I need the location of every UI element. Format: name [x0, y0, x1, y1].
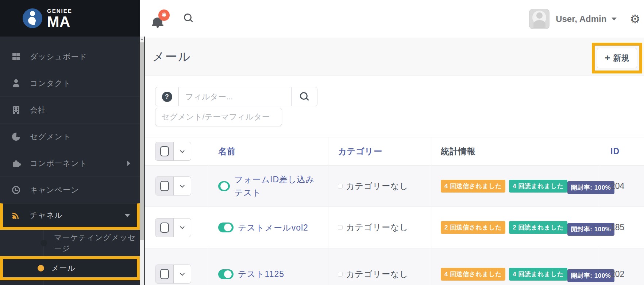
rss-icon	[11, 211, 21, 220]
row-category-cell: カテゴリーなし	[328, 207, 432, 248]
sidebar-scrollbar[interactable]	[140, 37, 145, 285]
sidebar-item-dashboard[interactable]: ダッシュボード	[0, 43, 140, 70]
email-id: 185	[610, 223, 624, 232]
filter-help-button[interactable]: ?	[155, 87, 179, 106]
row-checkbox[interactable]	[155, 265, 174, 283]
column-header-category[interactable]: カテゴリー	[328, 137, 432, 165]
brand-name: GENIEE MA	[47, 8, 72, 29]
sidebar-subitem-label: マーケティングメッセージ	[54, 230, 140, 256]
puzzle-icon	[11, 160, 21, 167]
published-toggle-icon[interactable]	[218, 269, 234, 279]
column-header-id[interactable]: ID	[600, 137, 644, 165]
email-name-link[interactable]: テスト1125	[238, 267, 284, 281]
row-select-group	[155, 218, 191, 237]
search-icon	[300, 92, 309, 102]
notifications-button[interactable]: ✱	[153, 10, 170, 28]
row-stats-cell: 4 回送信されました 4 回読まれました 開封率: 100%	[432, 248, 600, 285]
row-select-cell	[145, 248, 209, 285]
sidebar-item-label: コンタクト	[30, 78, 71, 88]
row-select-cell	[145, 166, 209, 206]
user-avatar[interactable]	[529, 9, 549, 29]
global-search-button[interactable]	[184, 13, 193, 24]
category-color-swatch	[338, 225, 343, 230]
user-menu[interactable]: User, Admin	[556, 14, 617, 24]
sidebar-item-contacts[interactable]: コンタクト	[0, 70, 140, 96]
segment-filter-input[interactable]	[155, 108, 282, 126]
pie-chart-icon	[11, 133, 21, 141]
row-checkbox[interactable]	[155, 177, 174, 195]
category-color-swatch	[338, 272, 343, 277]
sidebar-subitem-marketing-messages[interactable]: マーケティングメッセージ	[0, 230, 140, 256]
row-category-cell: カテゴリーなし	[328, 166, 432, 206]
chevron-down-icon	[180, 148, 185, 153]
sidebar-item-segments[interactable]: セグメント	[0, 123, 140, 150]
row-actions-dropdown[interactable]	[174, 265, 191, 283]
app-window: GENIEE MA ダッシュボード コンタクト 会社 セグメント	[0, 0, 644, 285]
header-select-cell	[145, 137, 209, 165]
sidebar-item-label: チャネル	[30, 210, 63, 220]
sidebar-item-companies[interactable]: 会社	[0, 96, 140, 123]
row-stats-cell: 4 回送信されました 4 回読まれました 開封率: 100%	[432, 166, 600, 206]
avatar-body	[533, 20, 545, 28]
row-stats-cell: 2 回送信されました 2 回読まれました 開封率: 100%	[432, 207, 600, 248]
sidebar-item-label: 会社	[30, 105, 46, 115]
filter-input[interactable]	[179, 87, 291, 106]
chevron-down-icon	[124, 214, 130, 217]
annotation-highlight-new-button: + 新規	[592, 43, 642, 73]
sidebar-item-components[interactable]: コンポーネント	[0, 150, 140, 176]
row-category-cell: カテゴリーなし	[328, 248, 432, 285]
table-row: フォームID差し込みテスト カテゴリーなし 4 回送信されました 4 回読まれま…	[145, 166, 644, 207]
sidebar-subitem-emails[interactable]: メール	[0, 256, 140, 280]
topbar: ✱ User, Admin ⚙	[145, 0, 644, 38]
chevron-right-icon	[127, 161, 130, 166]
sidebar-item-campaigns[interactable]: キャンペーン	[0, 176, 140, 203]
published-toggle-icon[interactable]	[218, 223, 234, 232]
checkbox-icon	[160, 181, 169, 191]
content-area: ?	[145, 76, 644, 285]
filter-group: ?	[155, 87, 317, 106]
new-button[interactable]: + 新規	[597, 48, 637, 68]
filter-search-button[interactable]	[291, 87, 317, 106]
bulk-actions-dropdown[interactable]	[174, 142, 191, 160]
email-name-link[interactable]: テストメールvol2	[238, 221, 308, 234]
checkbox-icon	[160, 223, 169, 233]
email-id: 204	[610, 181, 624, 191]
scrollbar-thumb[interactable]	[140, 42, 144, 240]
scroll-up-button[interactable]	[140, 37, 144, 42]
read-count-badge: 4 回読まれました	[509, 268, 567, 281]
checkbox-icon	[160, 146, 169, 156]
row-id-cell: 202	[600, 248, 644, 285]
building-icon	[11, 106, 21, 114]
sidebar-item-label: ダッシュボード	[30, 52, 87, 62]
row-select-group	[155, 176, 191, 195]
row-actions-dropdown[interactable]	[174, 218, 191, 237]
brand-name-top: GENIEE	[47, 8, 72, 14]
sent-count-badge: 2 回送信されました	[441, 221, 505, 234]
published-toggle-icon[interactable]	[218, 181, 230, 191]
asterisk-icon: ✱	[161, 11, 166, 19]
avatar-head	[536, 12, 543, 19]
email-name-link[interactable]: フォームID差し込みテスト	[234, 173, 317, 199]
sidebar-subitem-label: メール	[51, 261, 76, 276]
chevron-down-icon	[180, 224, 185, 229]
chevron-down-icon	[180, 183, 185, 188]
page-title: メール	[145, 49, 191, 65]
column-header-name[interactable]: 名前	[209, 137, 328, 165]
row-id-cell: 204	[600, 166, 644, 206]
sidebar-item-label: コンポーネント	[30, 158, 87, 168]
category-label: カテゴリーなし	[346, 222, 408, 233]
sent-count-badge: 4 回送信されました	[441, 268, 505, 281]
row-name-cell: フォームID差し込みテスト	[209, 166, 328, 206]
sent-count-badge: 4 回送信されました	[441, 180, 505, 193]
plus-icon: +	[605, 53, 610, 62]
select-all-checkbox[interactable]	[155, 142, 174, 160]
sidebar-item-channels[interactable]: チャネル	[0, 203, 140, 230]
row-checkbox[interactable]	[155, 218, 174, 237]
select-all-group	[155, 142, 191, 161]
settings-button[interactable]: ⚙	[630, 13, 640, 25]
bullet-dot-icon-active	[38, 265, 44, 271]
row-select-cell	[145, 207, 209, 248]
row-actions-dropdown[interactable]	[174, 177, 191, 195]
chevron-down-icon	[180, 271, 185, 276]
logo[interactable]: GENIEE MA	[0, 0, 140, 37]
